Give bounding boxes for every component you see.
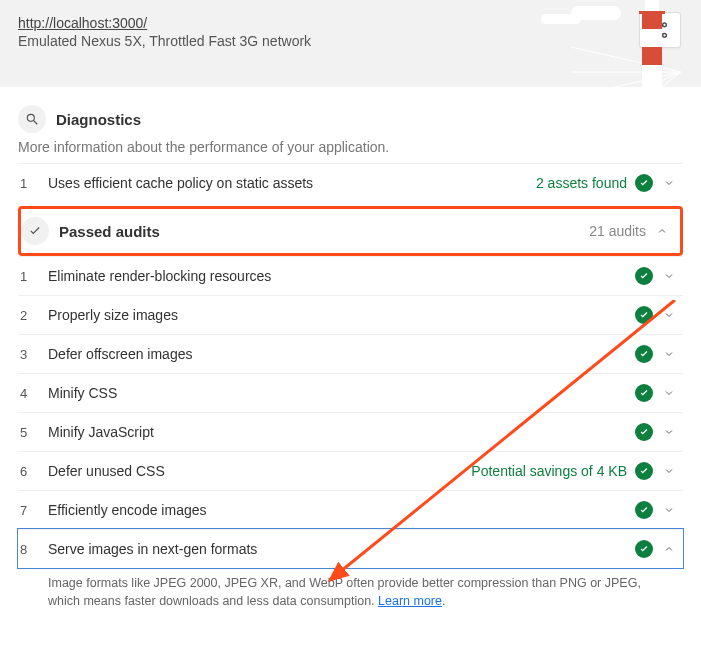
cloud-art [571, 6, 621, 20]
check-icon [635, 540, 653, 558]
chevron-down-icon [661, 424, 677, 440]
diagnostics-subtitle: More information about the performance o… [18, 139, 683, 155]
chevron-down-icon [661, 385, 677, 401]
audit-number: 5 [20, 425, 48, 440]
chevron-down-icon [661, 268, 677, 284]
check-icon [635, 345, 653, 363]
audit-number: 1 [20, 176, 48, 191]
audit-number: 8 [20, 542, 48, 557]
chevron-up-icon [654, 223, 670, 239]
diagnostics-header: Diagnostics [18, 105, 683, 133]
svg-rect-11 [645, 0, 659, 11]
check-icon [635, 306, 653, 324]
passed-audits-title: Passed audits [59, 223, 589, 240]
audit-title: Serve images in next-gen formats [48, 541, 635, 557]
chevron-down-icon [661, 502, 677, 518]
check-icon [635, 501, 653, 519]
svg-marker-14 [642, 47, 662, 65]
audit-value: Potential savings of 4 KB [471, 463, 627, 479]
audit-number: 2 [20, 308, 48, 323]
audit-number: 7 [20, 503, 48, 518]
audit-title: Eliminate render-blocking resources [48, 268, 635, 284]
diagnostics-section: Diagnostics More information about the p… [0, 87, 701, 620]
audit-title: Minify JavaScript [48, 424, 635, 440]
audit-title: Minify CSS [48, 385, 635, 401]
audit-row[interactable]: 7 Efficiently encode images [18, 490, 683, 529]
audit-title: Properly size images [48, 307, 635, 323]
audit-row[interactable]: 5 Minify JavaScript [18, 412, 683, 451]
audit-row[interactable]: 3 Defer offscreen images [18, 334, 683, 373]
audit-title: Defer offscreen images [48, 346, 635, 362]
chevron-down-icon [661, 175, 677, 191]
chevron-down-icon [661, 307, 677, 323]
audit-row[interactable]: 1 Eliminate render-blocking resources [18, 256, 683, 295]
audit-description: Image formats like JPEG 2000, JPEG XR, a… [18, 568, 683, 620]
audit-number: 1 [20, 269, 48, 284]
svg-line-17 [34, 121, 38, 125]
diagnostics-title: Diagnostics [56, 111, 141, 128]
audit-number: 4 [20, 386, 48, 401]
audit-row[interactable]: 1 Uses efficient cache policy on static … [18, 163, 683, 202]
check-icon [635, 423, 653, 441]
check-icon [21, 217, 49, 245]
chevron-down-icon [661, 346, 677, 362]
report-header: http://localhost:3000/ Emulated Nexus 5X… [0, 0, 701, 87]
audit-title: Uses efficient cache policy on static as… [48, 175, 536, 191]
audit-row-highlighted[interactable]: 8 Serve images in next-gen formats [18, 529, 683, 568]
audit-title: Efficiently encode images [48, 502, 635, 518]
check-icon [635, 267, 653, 285]
audit-description-text: Image formats like JPEG 2000, JPEG XR, a… [48, 576, 641, 608]
passed-audits-count: 21 audits [589, 223, 646, 239]
passed-audits-toggle[interactable]: Passed audits 21 audits [18, 206, 683, 256]
check-icon [635, 462, 653, 480]
audit-number: 3 [20, 347, 48, 362]
chevron-up-icon [661, 541, 677, 557]
chevron-down-icon [661, 463, 677, 479]
audit-row[interactable]: 4 Minify CSS [18, 373, 683, 412]
audit-row[interactable]: 6 Defer unused CSS Potential savings of … [18, 451, 683, 490]
lighthouse-art [627, 0, 677, 87]
search-icon [18, 105, 46, 133]
audit-value: 2 assets found [536, 175, 627, 191]
audit-number: 6 [20, 464, 48, 479]
svg-rect-15 [639, 11, 665, 14]
audit-row[interactable]: 2 Properly size images [18, 295, 683, 334]
learn-more-link[interactable]: Learn more [378, 594, 442, 608]
check-icon [635, 384, 653, 402]
audit-title: Defer unused CSS [48, 463, 471, 479]
tested-url[interactable]: http://localhost:3000/ [18, 15, 147, 31]
svg-point-16 [27, 114, 34, 121]
check-icon [635, 174, 653, 192]
